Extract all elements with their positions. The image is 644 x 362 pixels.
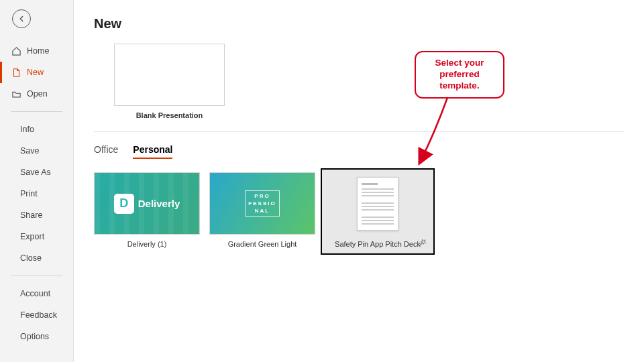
nav-save-as[interactable]: Save As (0, 162, 73, 183)
blank-presentation-thumb[interactable] (114, 44, 225, 106)
back-button[interactable] (12, 9, 31, 28)
divider (11, 276, 62, 276)
blank-presentation-label: Blank Presentation (114, 111, 225, 119)
nav-label: Home (27, 46, 49, 56)
nav-feedback[interactable]: Feedback (0, 304, 73, 326)
template-safety-pin-selected[interactable]: Safety Pin App Pitch Deck (321, 168, 435, 255)
deliverly-logo-text: Deliverly (138, 198, 180, 209)
annotation-text: Select your preferred template. (421, 58, 498, 92)
gradient-green-preview: PRO FESSIO NAL (210, 173, 315, 234)
nav-new[interactable]: New (0, 62, 73, 83)
tab-office[interactable]: Office (94, 144, 118, 159)
template-tabs: Office Personal (94, 144, 624, 159)
template-thumb: D Deliverly (94, 172, 200, 235)
nav-close[interactable]: Close (0, 247, 73, 269)
divider (11, 111, 62, 112)
new-file-icon (11, 67, 21, 78)
divider (94, 131, 624, 132)
main-panel: New Blank Presentation Office Personal D… (74, 0, 644, 362)
nav-export[interactable]: Export (0, 226, 73, 247)
backstage-sidebar: Home New Open Info Save Save As Print Sh… (0, 0, 74, 362)
template-label: Safety Pin App Pitch Deck (335, 240, 421, 248)
nav-label: Open (27, 89, 48, 99)
template-thumb: PRO FESSIO NAL (209, 172, 315, 235)
template-deliverly[interactable]: D Deliverly Deliverly (1) (94, 172, 200, 255)
folder-open-icon (11, 88, 21, 99)
page-title: New (94, 16, 624, 32)
template-row: D Deliverly Deliverly (1) PRO FESSIO NAL… (94, 172, 624, 255)
svg-line-0 (420, 243, 421, 245)
tab-personal[interactable]: Personal (133, 144, 172, 159)
nav-home[interactable]: Home (0, 40, 73, 62)
nav-label: New (27, 68, 44, 77)
template-thumb (325, 172, 431, 235)
arrow-left-icon (17, 14, 26, 23)
nav-save[interactable]: Save (0, 140, 73, 162)
template-gradient-green[interactable]: PRO FESSIO NAL Gradient Green Light (209, 172, 315, 255)
document-preview (357, 177, 398, 231)
blank-presentation-block: Blank Presentation (114, 44, 624, 119)
home-icon (11, 46, 21, 56)
pin-icon[interactable] (419, 237, 428, 249)
nav-account[interactable]: Account (0, 283, 73, 304)
template-label: Gradient Green Light (228, 240, 297, 248)
nav-print[interactable]: Print (0, 183, 73, 204)
nav-share[interactable]: Share (0, 204, 73, 226)
annotation-callout: Select your preferred template. (415, 51, 504, 99)
nav-options[interactable]: Options (0, 326, 73, 347)
deliverly-preview: D Deliverly (95, 173, 199, 234)
nav-info[interactable]: Info (0, 119, 73, 140)
nav-open[interactable]: Open (0, 83, 73, 105)
template-label: Deliverly (1) (127, 240, 167, 248)
deliverly-logo: D (114, 194, 134, 214)
gradient-green-text: PRO FESSIO NAL (245, 190, 279, 217)
